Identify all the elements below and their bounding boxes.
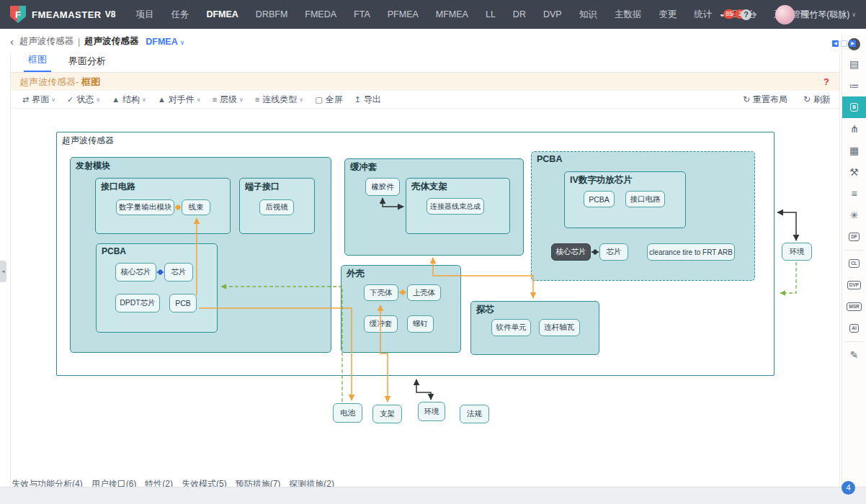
doc-type-dropdown[interactable]: DFMEA bbox=[146, 37, 184, 47]
diagram-node-selected[interactable]: 核心芯片 bbox=[551, 243, 591, 261]
refresh-button[interactable]: ↻刷新 bbox=[803, 94, 831, 106]
check-icon: ✓ bbox=[67, 95, 73, 104]
export-icon: ↥ bbox=[354, 95, 361, 104]
menu-item-masterdata[interactable]: 主数据 bbox=[615, 9, 642, 21]
tab-bar: 框图 界面分析 bbox=[11, 54, 839, 73]
diagram-node[interactable]: 软件单元 bbox=[491, 319, 531, 336]
reset-layout-button[interactable]: ↻重置布局 bbox=[743, 94, 787, 106]
menu-item-dr[interactable]: DR bbox=[513, 9, 526, 19]
collapse-right-icon[interactable]: ▶ bbox=[849, 40, 856, 47]
menu-item-fta[interactable]: FTA bbox=[354, 9, 370, 19]
toolbar-linetype-dropdown[interactable]: ≡连线类型 bbox=[255, 94, 303, 106]
chevron-down-icon: ▾ bbox=[754, 12, 756, 18]
user-avatar[interactable] bbox=[775, 5, 795, 24]
diagram-node[interactable]: 环境 bbox=[418, 402, 445, 421]
brand-name: FMEAMASTER bbox=[32, 9, 102, 20]
diagram-node[interactable]: PCBA bbox=[584, 191, 615, 207]
lines-icon: ≡ bbox=[255, 95, 259, 104]
menu-item-change[interactable]: 变更 bbox=[659, 9, 677, 21]
diagram-node[interactable]: 连接器线束总成 bbox=[427, 198, 484, 215]
diagram-node[interactable]: 缓冲套 bbox=[364, 315, 398, 333]
toolbar-interface-dropdown[interactable]: ⇄界面 bbox=[22, 94, 55, 106]
menu-item-ll[interactable]: LL bbox=[486, 9, 496, 19]
page-title-prefix: 超声波传感器- bbox=[19, 76, 79, 89]
menu-item-knowledge[interactable]: 知识 bbox=[579, 9, 597, 21]
diagram-node[interactable]: 下壳体 bbox=[364, 284, 398, 301]
gear-icon[interactable]: ✳ bbox=[842, 204, 866, 226]
diagram-node[interactable]: 核心芯片 bbox=[115, 263, 156, 282]
breadcrumb: ‹ 超声波传感器 | 超声波传感器 DFMEA bbox=[0, 29, 866, 54]
user-name[interactable]: 熊竹琴(聪脉) bbox=[800, 9, 849, 21]
top-navbar: F FMEAMASTER V8 项目 任务 DFMEA DRBFM FMEDA … bbox=[0, 0, 866, 29]
doc-dvp-icon[interactable]: DVP bbox=[842, 274, 866, 296]
sidebar-divider bbox=[845, 250, 864, 251]
count-fab-badge[interactable]: 4 bbox=[842, 481, 855, 495]
help-button[interactable]: ? ▾ bbox=[741, 9, 756, 20]
structure-doc-icon[interactable]: ▤ bbox=[842, 53, 866, 75]
breadcrumb-item[interactable]: 超声波传感器 bbox=[84, 35, 138, 48]
doc-df-icon[interactable]: DF bbox=[842, 226, 866, 248]
left-panel-handle[interactable]: ◂ bbox=[0, 261, 6, 282]
diagram-node[interactable]: 上壳体 bbox=[407, 284, 441, 301]
tab-interface-analysis[interactable]: 界面分析 bbox=[64, 55, 110, 72]
layout-controls: ◀ ▶ bbox=[832, 40, 856, 47]
diagram-node[interactable]: DPDT芯片 bbox=[115, 294, 160, 312]
menu-item-drbfm[interactable]: DRBFM bbox=[256, 9, 287, 19]
doc-ai-icon[interactable]: AI bbox=[842, 318, 866, 339]
toolbar-counterpart-dropdown[interactable]: ▲对手件 bbox=[158, 94, 201, 106]
user-chevron-down-icon: ∨ bbox=[852, 12, 856, 18]
app-logo[interactable]: F FMEAMASTER V8 bbox=[10, 6, 115, 23]
right-tool-sidebar: ‹ ▤ ≔ B ⋔ ▦ ⚒ ≡ ✳ DF CL DVP MSR AI ✎ bbox=[842, 35, 866, 487]
toolbar-structure-dropdown[interactable]: ▲结构 bbox=[112, 94, 146, 106]
diagram-node[interactable]: 连杆轴瓦 bbox=[539, 319, 580, 336]
tree-icon[interactable]: ⋔ bbox=[842, 118, 866, 140]
diagram-node[interactable]: 线束 bbox=[182, 199, 210, 215]
diagram-node[interactable]: 电池 bbox=[333, 403, 362, 423]
diagram-node[interactable]: 数字量输出模块 bbox=[116, 199, 174, 215]
edit-icon[interactable]: ✎ bbox=[842, 344, 866, 366]
diagram-node[interactable]: 支架 bbox=[372, 405, 402, 423]
diagram-node[interactable]: 芯片 bbox=[599, 243, 628, 261]
diagram-node[interactable]: 接口电路 bbox=[625, 191, 665, 207]
diagram-node[interactable]: 后视镜 bbox=[259, 199, 294, 215]
diagram-node[interactable]: 橡胶件 bbox=[365, 178, 400, 196]
menu-item-project[interactable]: 项目 bbox=[135, 9, 153, 21]
refresh-icon: ↻ bbox=[803, 94, 811, 104]
tools-icon[interactable]: ⚒ bbox=[842, 161, 866, 183]
menu-item-dfmea[interactable]: DFMEA bbox=[206, 9, 238, 19]
split-view-icon[interactable] bbox=[841, 40, 847, 47]
menu-item-fmeda[interactable]: FMEDA bbox=[305, 9, 336, 19]
menu-item-dvp[interactable]: DVP bbox=[543, 9, 562, 19]
brand-version: V8 bbox=[105, 9, 116, 19]
toolbar-level-dropdown[interactable]: ≡层级 bbox=[213, 94, 244, 106]
checklist-icon[interactable]: ≔ bbox=[842, 75, 866, 96]
back-button[interactable]: ‹ bbox=[10, 35, 14, 48]
doc-cl-icon[interactable]: CL bbox=[842, 253, 866, 274]
diagram-node[interactable]: clearance tire to FRT ARB bbox=[647, 243, 735, 261]
diagram-node[interactable]: PCB bbox=[169, 294, 197, 312]
title-help-icon[interactable]: ? bbox=[823, 76, 829, 87]
diagram-node[interactable]: 螺钉 bbox=[407, 315, 434, 333]
block-diagram-icon[interactable]: B bbox=[842, 96, 866, 118]
levels-icon[interactable]: ≡ bbox=[842, 183, 866, 204]
diagram-container[interactable]: 外壳 bbox=[341, 265, 461, 353]
bell-mark-icon: ▲ bbox=[112, 95, 120, 104]
diagram-node[interactable]: 法规 bbox=[460, 405, 489, 423]
collapse-left-icon[interactable]: ◀ bbox=[832, 40, 839, 47]
doc-msr-icon[interactable]: MSR bbox=[842, 296, 866, 318]
breadcrumb-project[interactable]: 超声波传感器 bbox=[19, 35, 73, 48]
menu-item-task[interactable]: 任务 bbox=[171, 9, 189, 21]
diagram-container[interactable]: PCBA bbox=[96, 243, 218, 333]
diagram-node[interactable]: 芯片 bbox=[164, 263, 193, 282]
sidebar-divider bbox=[845, 341, 864, 342]
toolbar-export-button[interactable]: ↥导出 bbox=[354, 94, 381, 106]
matrix-icon[interactable]: ▦ bbox=[842, 140, 866, 161]
toolbar-status-dropdown[interactable]: ✓状态 bbox=[67, 94, 100, 106]
toolbar-fullscreen-button[interactable]: ▢全屏 bbox=[315, 94, 342, 106]
menu-item-mfmea[interactable]: MFMEA bbox=[436, 9, 468, 19]
menu-item-pfmea[interactable]: PFMEA bbox=[388, 9, 419, 19]
tab-block-diagram[interactable]: 框图 bbox=[24, 53, 51, 72]
logo-shield-icon: F bbox=[10, 6, 26, 23]
diagram-node[interactable]: 环境 bbox=[782, 243, 812, 261]
diagram-container[interactable]: 探芯 bbox=[470, 301, 599, 355]
